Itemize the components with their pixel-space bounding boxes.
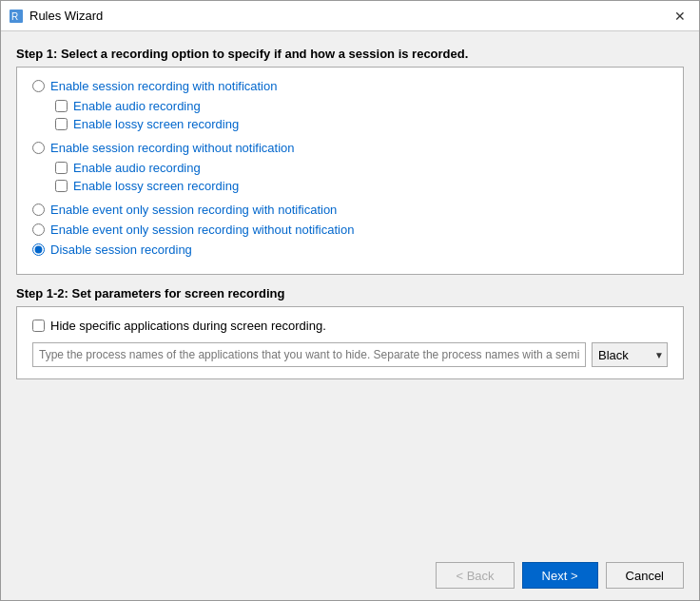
- cancel-button[interactable]: Cancel: [606, 562, 684, 589]
- radio-input-2[interactable]: [32, 142, 45, 154]
- radio-option-1[interactable]: Enable session recording with notificati…: [32, 79, 668, 93]
- checkbox-lossy-2[interactable]: [55, 180, 68, 192]
- sub-checkbox-audio-1[interactable]: Enable audio recording: [55, 99, 668, 113]
- checkbox-label-audio-2: Enable audio recording: [73, 161, 201, 175]
- radio-option-3[interactable]: Enable event only session recording with…: [32, 203, 668, 217]
- radio-input-5[interactable]: [32, 243, 45, 256]
- radio-option-4[interactable]: Enable event only session recording with…: [32, 223, 668, 237]
- radio-input-3[interactable]: [32, 204, 45, 216]
- back-button[interactable]: < Back: [436, 562, 514, 589]
- radio-label-4: Enable event only session recording with…: [50, 223, 354, 237]
- step12-group-box: Hide specific applications during screen…: [16, 306, 684, 379]
- close-button[interactable]: ✕: [669, 5, 691, 28]
- radio-label-5: Disable session recording: [50, 242, 192, 257]
- step1-label: Step 1: Select a recording option to spe…: [16, 47, 684, 61]
- checkbox-audio-1[interactable]: [55, 100, 68, 112]
- window-title: Rules Wizard: [29, 9, 669, 23]
- hide-apps-label: Hide specific applications during screen…: [50, 319, 326, 333]
- step1-group-box: Enable session recording with notificati…: [16, 67, 684, 275]
- checkbox-label-lossy-1: Enable lossy screen recording: [73, 117, 239, 131]
- content-area: Step 1: Select a recording option to spe…: [1, 31, 699, 551]
- next-button[interactable]: Next >: [522, 562, 598, 589]
- color-dropdown[interactable]: Black White Gray: [592, 342, 668, 367]
- radio-label-1: Enable session recording with notificati…: [50, 79, 277, 93]
- radio-label-3: Enable event only session recording with…: [50, 203, 337, 217]
- color-select-wrap: Black White Gray ▼: [592, 342, 668, 367]
- step12-section: Step 1-2: Set parameters for screen reco…: [16, 286, 684, 379]
- step1-section: Step 1: Select a recording option to spe…: [16, 47, 684, 275]
- hide-apps-row: Hide specific applications during screen…: [32, 319, 668, 333]
- footer: < Back Next > Cancel: [1, 551, 699, 600]
- title-bar: R Rules Wizard ✕: [1, 1, 699, 31]
- process-names-input[interactable]: [32, 342, 586, 367]
- checkbox-label-audio-1: Enable audio recording: [73, 99, 201, 113]
- checkbox-label-lossy-2: Enable lossy screen recording: [73, 179, 239, 193]
- process-input-row: Black White Gray ▼: [32, 342, 668, 367]
- radio-input-1[interactable]: [32, 80, 45, 92]
- window-icon: R: [9, 9, 24, 24]
- hide-apps-checkbox[interactable]: [32, 320, 45, 332]
- sub-checkbox-lossy-2[interactable]: Enable lossy screen recording: [55, 179, 668, 193]
- checkbox-audio-2[interactable]: [55, 162, 68, 174]
- checkbox-lossy-1[interactable]: [55, 118, 68, 130]
- radio-input-4[interactable]: [32, 223, 45, 236]
- sub-checkbox-lossy-1[interactable]: Enable lossy screen recording: [55, 117, 668, 131]
- step12-label: Step 1-2: Set parameters for screen reco…: [16, 286, 684, 300]
- radio-option-5[interactable]: Disable session recording: [32, 242, 668, 257]
- rules-wizard-window: R Rules Wizard ✕ Step 1: Select a record…: [0, 0, 700, 601]
- sub-checkbox-audio-2[interactable]: Enable audio recording: [55, 161, 668, 175]
- radio-option-2[interactable]: Enable session recording without notific…: [32, 141, 668, 155]
- svg-text:R: R: [11, 11, 18, 22]
- radio-label-2: Enable session recording without notific…: [50, 141, 295, 155]
